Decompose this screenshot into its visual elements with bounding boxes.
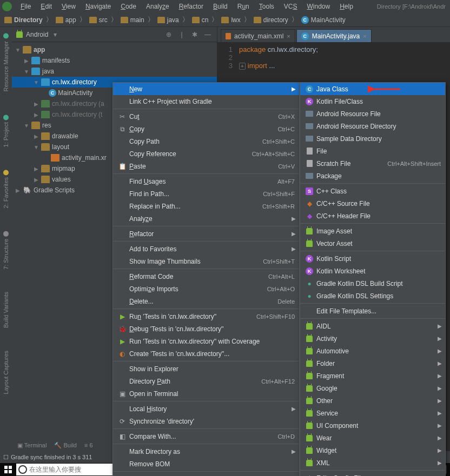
tab-favorites[interactable]: 2: Favorites <box>2 166 10 211</box>
search-input[interactable] <box>29 466 105 473</box>
nm-kotlin-file[interactable]: KKotlin File/Class <box>300 95 445 108</box>
cm-replace-in-path[interactable]: Replace in Path...Ctrl+Shift+R <box>113 200 299 212</box>
crumb-app[interactable]: app <box>55 16 77 24</box>
nm-aidl[interactable]: AIDL▶ <box>300 320 445 332</box>
cm-directory-path[interactable]: Directory PathCtrl+Alt+F12 <box>113 375 299 387</box>
nm-folder[interactable]: Folder▶ <box>300 357 445 370</box>
tab-terminal[interactable]: ▣ Terminal <box>17 442 47 449</box>
taskbar-search[interactable] <box>16 464 114 475</box>
cm-link-cpp[interactable]: Link C++ Project with Gradle <box>113 95 299 108</box>
dropdown-icon[interactable]: ▾ <box>54 31 57 38</box>
nm-scratch-file[interactable]: Scratch FileCtrl+Alt+Shift+Insert <box>300 157 445 170</box>
cm-run-tests[interactable]: ▶Run 'Tests in 'cn.lwx.directory''Ctrl+S… <box>113 310 299 323</box>
cm-run-coverage[interactable]: ▶Run 'Tests in 'cn.lwx.directory'' with … <box>113 335 299 347</box>
menu-help[interactable]: Help <box>335 2 358 11</box>
cm-create-tests[interactable]: ◐Create 'Tests in 'cn.lwx.directory''... <box>113 347 299 360</box>
crumb-lwx[interactable]: lwx <box>220 16 241 24</box>
nm-service[interactable]: Service▶ <box>300 407 445 419</box>
nm-gradle-build-script[interactable]: ●Gradle Kotlin DSL Build Script <box>300 277 445 290</box>
cm-remove-bom[interactable]: Remove BOM <box>113 458 299 470</box>
nm-package[interactable]: Package <box>300 170 445 182</box>
crumb-directory-pkg[interactable]: directory <box>253 16 289 24</box>
nm-ui-component[interactable]: UI Component▶ <box>300 419 445 432</box>
nm-file[interactable]: File <box>300 145 445 157</box>
menu-window[interactable]: Window <box>302 2 334 11</box>
nm-vector-asset[interactable]: Vector Asset <box>300 237 445 250</box>
nm-other[interactable]: Other▶ <box>300 394 445 407</box>
crumb-directory[interactable]: Directory <box>3 16 44 24</box>
crumb-java[interactable]: java <box>156 16 180 24</box>
menu-build[interactable]: Build <box>209 2 232 11</box>
cm-delete[interactable]: Delete...Delete <box>113 295 299 307</box>
nm-image-asset[interactable]: Image Asset <box>300 225 445 237</box>
tab-layout-captures[interactable]: Layout Captures <box>2 347 10 398</box>
cm-add-to-favorites[interactable]: Add to Favorites▶ <box>113 243 299 255</box>
nm-kotlin-script[interactable]: KKotlin Script <box>300 252 445 265</box>
nm-activity[interactable]: Activity▶ <box>300 332 445 345</box>
nm-google[interactable]: Google▶ <box>300 382 445 394</box>
nm-xml[interactable]: XML▶ <box>300 457 445 469</box>
menu-analyze[interactable]: Analyze <box>142 2 174 11</box>
menu-code[interactable]: Code <box>116 2 141 11</box>
cm-cut[interactable]: ✂CutCtrl+X <box>113 110 299 123</box>
cm-synchronize[interactable]: ⟳Synchronize 'directory' <box>113 415 299 427</box>
cm-mark-directory-as[interactable]: Mark Directory as▶ <box>113 445 299 458</box>
nm-fragment[interactable]: Fragment▶ <box>300 370 445 382</box>
menu-tools[interactable]: Tools <box>255 2 279 11</box>
nm-kotlin-worksheet[interactable]: KKotlin Worksheet <box>300 265 445 277</box>
crumb-src[interactable]: src <box>88 16 109 24</box>
cm-analyze[interactable]: Analyze▶ <box>113 212 299 225</box>
nm-editorconfig[interactable]: ⚙EditorConfig File <box>300 472 445 476</box>
cm-paste[interactable]: 📋PasteCtrl+V <box>113 160 299 172</box>
tab-activity-main-xml[interactable]: activity_main.xml× <box>221 29 295 42</box>
cm-new[interactable]: New▶ <box>113 83 299 95</box>
tree-manifests[interactable]: ▶manifests <box>12 55 217 66</box>
cm-find-in-path[interactable]: Find in Path...Ctrl+Shift+F <box>113 187 299 200</box>
cm-open-terminal[interactable]: ▣Open in Terminal <box>113 387 299 400</box>
menu-vcs[interactable]: VCS <box>280 2 302 11</box>
cm-debug-tests[interactable]: 🐞Debug 'Tests in 'cn.lwx.directory'' <box>113 323 299 335</box>
nm-cpp-class[interactable]: SC++ Class <box>300 185 445 197</box>
tab-mainactivity-java[interactable]: CMainActivity.java× <box>296 29 372 42</box>
tab-build[interactable]: 🔨 Build <box>54 442 77 449</box>
settings-icon[interactable]: ✱ <box>190 30 200 39</box>
tab-project[interactable]: 1: Project <box>2 111 10 150</box>
tab-logcat[interactable]: ≡ 6 <box>84 442 93 448</box>
cm-create-gist-1[interactable]: GCreate Gist... <box>113 473 299 476</box>
close-icon[interactable]: × <box>287 33 290 39</box>
tree-java[interactable]: ▼java <box>12 66 217 77</box>
cm-refactor[interactable]: Refactor▶ <box>113 227 299 240</box>
menu-navigate[interactable]: Navigate <box>81 2 115 11</box>
menu-edit[interactable]: Edit <box>36 2 56 11</box>
panel-title[interactable]: Android <box>26 31 48 38</box>
cm-copy-reference[interactable]: Copy ReferenceCtrl+Alt+Shift+C <box>113 148 299 160</box>
menu-view[interactable]: View <box>57 2 80 11</box>
code-editor[interactable]: 1package cn.lwx.directory; 2 3+import ..… <box>217 42 450 73</box>
nm-android-resource-directory[interactable]: Android Resource Directory <box>300 120 445 132</box>
cm-show-in-explorer[interactable]: Show in Explorer <box>113 363 299 375</box>
nm-gradle-settings[interactable]: ●Gradle Kotlin DSL Settings <box>300 290 445 302</box>
menu-run[interactable]: Run <box>233 2 254 11</box>
tree-app[interactable]: ▼app <box>12 44 217 55</box>
nm-wear[interactable]: Wear▶ <box>300 432 445 444</box>
cm-copy-path[interactable]: Copy PathCtrl+Shift+C <box>113 135 299 148</box>
hide-icon[interactable]: — <box>203 30 213 39</box>
cm-copy[interactable]: ⧉CopyCtrl+C <box>113 123 299 135</box>
scroll-to-source-icon[interactable]: ⊕ <box>164 30 174 39</box>
cm-find-usages[interactable]: Find UsagesAlt+F7 <box>113 175 299 187</box>
cm-compare-with[interactable]: ◧Compare With...Ctrl+D <box>113 430 299 443</box>
cm-show-thumbnails[interactable]: Show Image ThumbnailsCtrl+Shift+T <box>113 255 299 267</box>
crumb-mainactivity[interactable]: CMainActivity <box>300 16 347 24</box>
start-button[interactable] <box>0 463 16 476</box>
nm-automotive[interactable]: Automotive▶ <box>300 345 445 357</box>
crumb-cn[interactable]: cn <box>191 16 210 24</box>
tab-resource-manager[interactable]: Resource Manager <box>2 30 10 95</box>
nm-widget[interactable]: Widget▶ <box>300 444 445 457</box>
nm-android-resource-file[interactable]: Android Resource File <box>300 108 445 120</box>
nm-edit-file-templates[interactable]: Edit File Templates... <box>300 305 445 317</box>
cm-local-history[interactable]: Local History▶ <box>113 403 299 415</box>
crumb-main[interactable]: main <box>120 16 145 24</box>
nm-cpp-header[interactable]: ◆C/C++ Header File <box>300 210 445 222</box>
nm-cpp-source[interactable]: ◆C/C++ Source File <box>300 197 445 210</box>
menu-file[interactable]: File <box>16 2 35 11</box>
